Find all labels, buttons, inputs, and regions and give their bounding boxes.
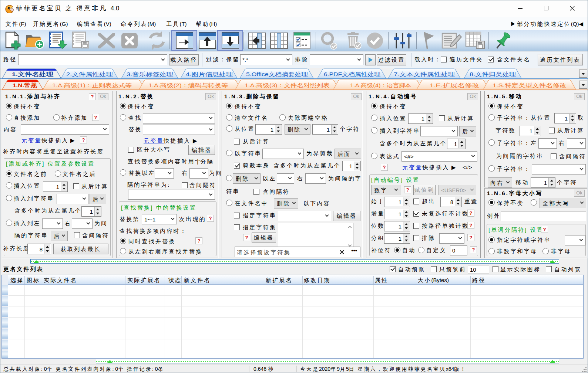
svg-text:2.文件属性处理: 2.文件属性处理	[66, 71, 113, 77]
svg-text:8.文件归类处理: 8.文件归类处理	[470, 71, 516, 77]
svg-text:1.A.高级(2)：编码与转换等: 1.A.高级(2)：编码与转换等	[148, 82, 228, 88]
svg-text:4.图片信息处理: 4.图片信息处理	[186, 71, 233, 77]
svg-text:5.Office文档摘要处理: 5.Office文档摘要处理	[246, 71, 308, 77]
svg-text:1.A.高级(1)：正则表达式等: 1.A.高级(1)：正则表达式等	[52, 82, 132, 88]
svg-text:7.文本文件属性处理: 7.文本文件属性处理	[394, 71, 455, 77]
svg-text:1.A.高级(3)：文件名对照列表: 1.A.高级(3)：文件名对照列表	[245, 82, 330, 88]
svg-text:1.E.扩展名修改: 1.E.扩展名修改	[430, 82, 480, 88]
svg-text:6.PDF文档属性处理: 6.PDF文档属性处理	[324, 71, 380, 77]
svg-text:3.音乐标签处理: 3.音乐标签处理	[127, 71, 173, 77]
svg-text:1.文件名处理: 1.文件名处理	[12, 71, 54, 77]
svg-text:1.A.高级(4)：语言脚本: 1.A.高级(4)：语言脚本	[350, 82, 411, 88]
svg-text:1.N.常规: 1.N.常规	[13, 82, 37, 88]
svg-text:1.S.特定类型文件名修改: 1.S.特定类型文件名修改	[493, 82, 567, 88]
